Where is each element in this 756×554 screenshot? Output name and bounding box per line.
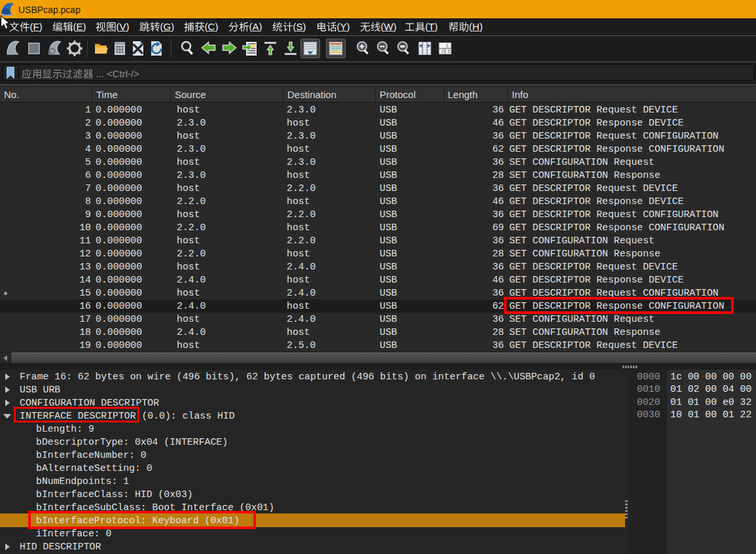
svg-text:3: 3 (447, 48, 450, 54)
svg-text:2: 2 (441, 48, 444, 54)
svg-text:1: 1 (446, 43, 448, 48)
